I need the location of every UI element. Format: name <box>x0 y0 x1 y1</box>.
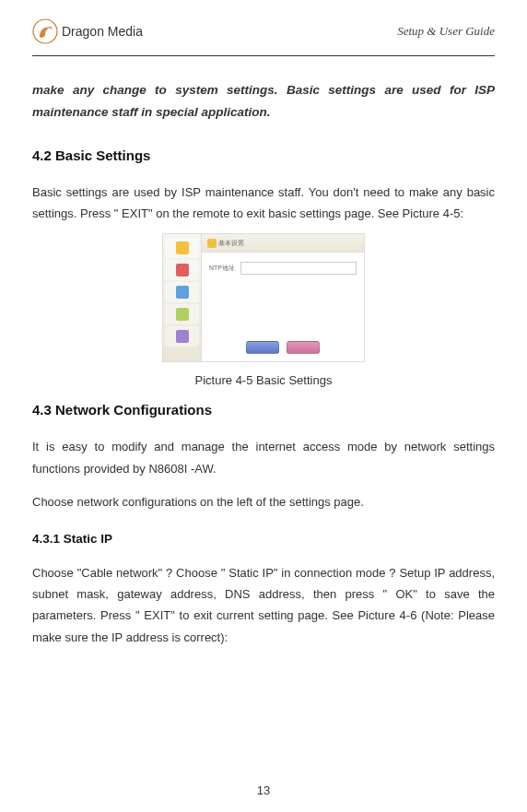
figure-sidebar <box>163 234 202 361</box>
figure-sidebar-item <box>165 260 199 280</box>
brand-name: Dragon Media <box>62 24 143 39</box>
section-4-3-1-body: Choose "Cable network" ? Choose " Static… <box>32 562 495 649</box>
figure-sidebar-item <box>165 282 199 302</box>
figure-sidebar-item <box>165 238 199 258</box>
figure-4-5: 基本设置 NTP地址 Picture 4-5 Basic Settings <box>32 233 495 387</box>
section-4-2-heading: 4.2 Basic Settings <box>32 147 495 163</box>
section-4-2-body: Basic settings are used by ISP maintenan… <box>32 182 495 225</box>
figure-field-input <box>240 262 357 275</box>
figure-header-icon <box>207 239 217 248</box>
figure-sidebar-item <box>165 326 199 347</box>
figure-ok-button <box>246 341 279 354</box>
header-left: Dragon Media <box>32 18 143 44</box>
figure-4-5-caption: Picture 4-5 Basic Settings <box>195 373 333 387</box>
page-number: 13 <box>257 783 270 797</box>
section-4-3-1-heading: 4.3.1 Static IP <box>32 532 495 546</box>
section-4-3-heading: 4.3 Network Configurations <box>32 402 495 418</box>
figure-field-label: NTP地址 <box>209 264 235 273</box>
figure-4-5-image: 基本设置 NTP地址 <box>162 233 365 362</box>
figure-field-row: NTP地址 <box>209 262 357 275</box>
figure-main-panel: 基本设置 NTP地址 <box>202 234 364 361</box>
figure-header-text: 基本设置 <box>218 239 244 248</box>
page: Dragon Media Setup & User Guide make any… <box>0 0 527 812</box>
doc-title: Setup & User Guide <box>397 24 495 39</box>
figure-button-row <box>246 341 320 354</box>
figure-panel-header: 基本设置 <box>202 234 364 253</box>
section-4-3-body-1: It is easy to modify and manage the inte… <box>32 436 495 479</box>
section-4-3-body-2: Choose network configurations on the lef… <box>32 491 495 512</box>
dragon-logo-icon <box>32 18 58 44</box>
figure-exit-button <box>287 341 320 354</box>
page-header: Dragon Media Setup & User Guide <box>32 18 495 56</box>
figure-sidebar-item <box>165 304 199 324</box>
intro-paragraph: make any change to system settings. Basi… <box>32 79 495 124</box>
